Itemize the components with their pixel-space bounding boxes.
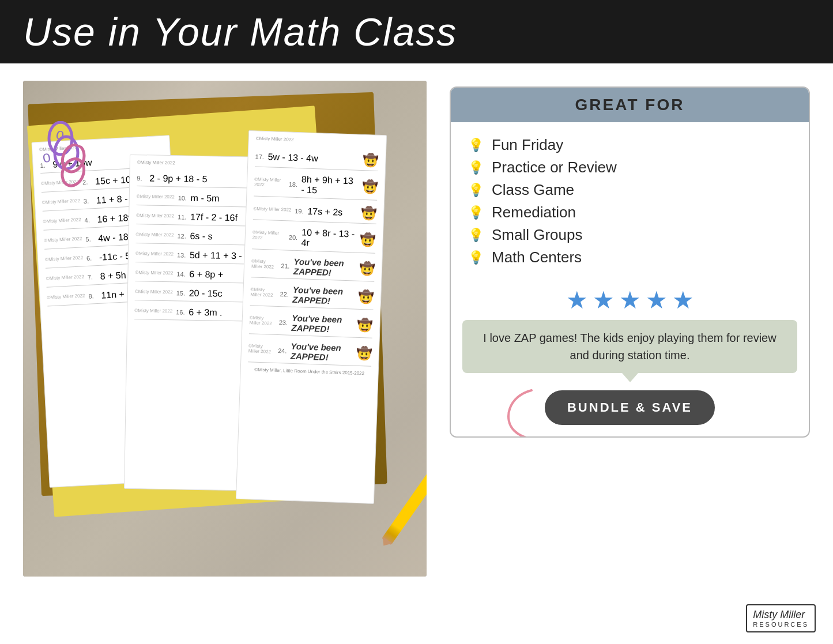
main-content: ⁰ ⁰ ©Misty Miller 2022 1.9w + 16w ©Misty… (0, 63, 833, 644)
lightbulb-icon-1: 💡 (468, 138, 484, 153)
lightbulb-icon-3: 💡 (468, 183, 484, 198)
great-for-box: GREAT FOR 💡 Fun Friday 💡 Practice or Rev… (450, 86, 810, 438)
star-1: ★ (566, 286, 588, 314)
list-item: 💡 Fun Friday (468, 134, 791, 156)
right-panel: GREAT FOR 💡 Fun Friday 💡 Practice or Rev… (450, 81, 810, 627)
great-for-header: GREAT FOR (451, 88, 809, 122)
review-box: I love ZAP games! The kids enjoy playing… (462, 320, 797, 373)
lightbulb-icon-4: 💡 (468, 205, 484, 220)
star-2: ★ (593, 286, 615, 314)
star-3: ★ (619, 286, 641, 314)
list-item: 💡 Remediation (468, 201, 791, 224)
review-text: I love ZAP games! The kids enjoy playing… (474, 329, 786, 364)
lightbulb-icon-6: 💡 (468, 250, 484, 265)
lightbulb-icon-5: 💡 (468, 228, 484, 243)
star-5: ★ (672, 286, 694, 314)
list-item: 💡 Small Groups (468, 224, 791, 246)
bundle-save-button[interactable]: BUNDLE & SAVE (545, 390, 715, 425)
great-for-title: GREAT FOR (575, 96, 685, 114)
star-4: ★ (646, 286, 668, 314)
worksheet-3: ©Misty Miller 2022 17.5w - 13 - 4w🤠 ©Mis… (236, 130, 387, 504)
great-for-list: 💡 Fun Friday 💡 Practice or Review 💡 Clas… (451, 122, 809, 280)
brand-box: Misty Miller RESOURCES (746, 604, 816, 632)
bundle-area: BUNDLE & SAVE (451, 379, 809, 436)
brand-sub: RESOURCES (753, 621, 809, 628)
stars-row: ★ ★ ★ ★ ★ (451, 280, 809, 314)
brand-name: Misty Miller (753, 609, 809, 621)
worksheet-area: ⁰ ⁰ ©Misty Miller 2022 1.9w + 16w ©Misty… (23, 81, 427, 577)
lightbulb-icon-2: 💡 (468, 160, 484, 175)
branding-area: Misty Miller RESOURCES (746, 604, 816, 632)
list-item: 💡 Class Game (468, 179, 791, 201)
list-item: 💡 Practice or Review (468, 156, 791, 179)
page-title: Use in Your Math Class (23, 9, 457, 54)
header: Use in Your Math Class (0, 0, 833, 63)
list-item: 💡 Math Centers (468, 246, 791, 269)
swirl-arrow-svg (497, 385, 566, 438)
